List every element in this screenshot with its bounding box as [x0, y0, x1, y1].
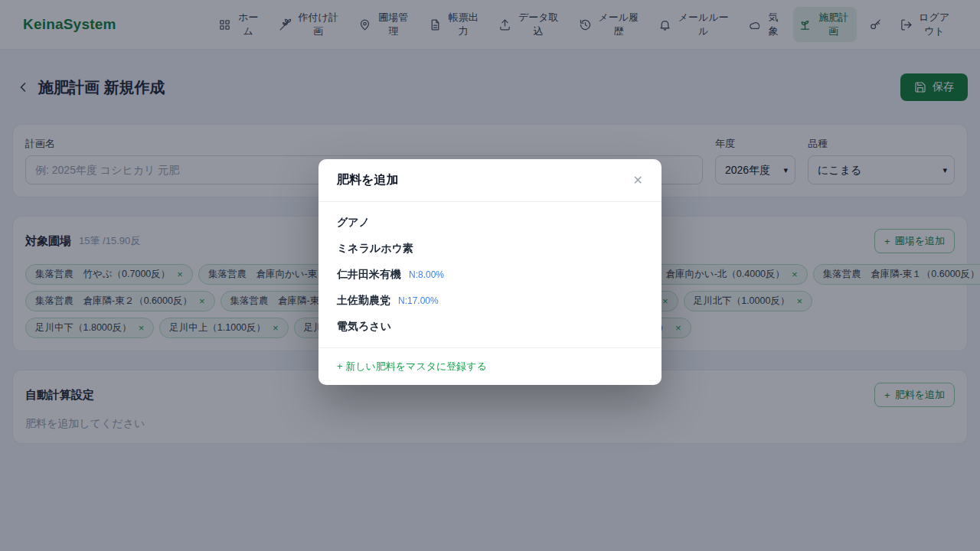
fertilizer-list: グアノ ミネラルホウ素 仁井田米有機 N:8.00% 土佐勤農党 N:17.00… — [318, 202, 662, 347]
fertilizer-option[interactable]: 土佐勤農党 N:17.00% — [318, 288, 662, 314]
close-icon[interactable]: ✕ — [633, 174, 643, 187]
register-new-fertilizer-link[interactable]: + 新しい肥料をマスタに登録する — [337, 360, 487, 372]
fertilizer-option[interactable]: 仁井田米有機 N:8.00% — [318, 262, 662, 288]
fertilizer-option[interactable]: ミネラルホウ素 — [318, 236, 662, 262]
modal-backdrop[interactable]: 肥料を追加 ✕ グアノ ミネラルホウ素 仁井田米有機 N:8.00% 土佐勤農党… — [0, 0, 980, 551]
fertilizer-option[interactable]: グアノ — [318, 210, 662, 236]
add-fertilizer-modal: 肥料を追加 ✕ グアノ ミネラルホウ素 仁井田米有機 N:8.00% 土佐勤農党… — [318, 159, 662, 385]
fertilizer-option[interactable]: 電気ろさい — [318, 314, 662, 340]
modal-title: 肥料を追加 — [337, 172, 398, 188]
